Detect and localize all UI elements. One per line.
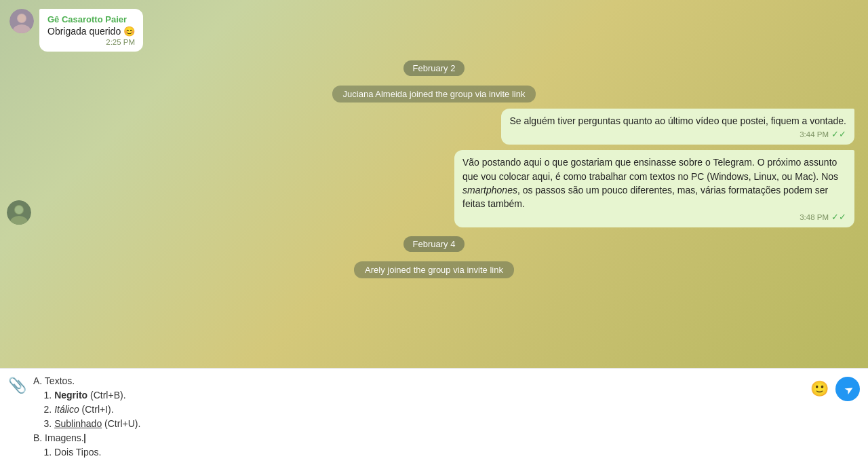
input-line: 2. Itálico (Ctrl+I).: [33, 403, 804, 417]
date-label: February 4: [403, 236, 465, 252]
text-cursor: [84, 434, 85, 443]
date-separator: February 2: [7, 60, 861, 76]
input-line: B. Imagens.: [33, 431, 804, 445]
date-label: February 2: [403, 60, 465, 76]
read-receipt-icon: ✓✓: [831, 129, 846, 139]
input-line: 1. Negrito (Ctrl+B).: [33, 388, 804, 403]
message-list: Gê Casarotto Paier Obrigada querido 😊 2:…: [0, 7, 868, 281]
svg-point-3: [18, 14, 26, 22]
avatar: [7, 200, 31, 225]
svg-point-7: [15, 206, 23, 214]
emoji-button[interactable]: 🙂: [810, 380, 829, 398]
system-text: Juciana Almeida joined the group via inv…: [332, 86, 536, 103]
chat-area[interactable]: Gê Casarotto Paier Obrigada querido 😊 2:…: [0, 0, 868, 368]
message-time: 3:48 PM: [800, 213, 829, 221]
system-text: Arely joined the group via invite link: [354, 261, 514, 278]
system-message: Arely joined the group via invite link: [7, 261, 861, 278]
message-time: 2:25 PM: [106, 38, 135, 46]
avatar: [9, 9, 34, 33]
message-text: Vão postando aqui o que gostariam que en…: [462, 155, 846, 210]
input-line: 3. Sublinhado (Ctrl+U).: [33, 417, 804, 431]
message-text: Se alguém tiver perguntas quanto ao últi…: [509, 114, 846, 128]
message-bubble-outgoing: Se alguém tiver perguntas quanto ao últi…: [501, 109, 854, 145]
message-bubble-outgoing: Vão postando aqui o que gostariam que en…: [454, 150, 854, 227]
input-actions: 🙂 ➤: [810, 374, 860, 401]
send-button[interactable]: ➤: [835, 377, 860, 401]
list-item: Se alguém tiver perguntas quanto ao últi…: [7, 109, 861, 145]
sender-name: Gê Casarotto Paier: [47, 14, 135, 24]
date-separator: February 4: [7, 236, 861, 252]
read-receipt-icon: ✓✓: [831, 212, 846, 222]
send-icon: ➤: [842, 382, 856, 397]
input-line: 1. Dois Tipos.: [33, 445, 804, 460]
message-time: 3:44 PM: [800, 130, 829, 138]
italic-text: Itálico: [54, 404, 79, 415]
system-message: Juciana Almeida joined the group via inv…: [7, 86, 861, 103]
bold-text: Negrito: [54, 390, 87, 401]
input-area[interactable]: 📎 A. Textos. 1. Negrito (Ctrl+B). 2. Itá…: [0, 368, 868, 465]
input-line: A. Textos.: [33, 374, 804, 388]
attach-button[interactable]: 📎: [8, 374, 26, 394]
message-input[interactable]: A. Textos. 1. Negrito (Ctrl+B). 2. Itáli…: [33, 374, 804, 460]
message-bubble-incoming: Gê Casarotto Paier Obrigada querido 😊 2:…: [39, 9, 143, 52]
list-item: Gê Casarotto Paier Obrigada querido 😊 2:…: [7, 9, 861, 52]
message-text: Obrigada querido 😊: [47, 26, 135, 37]
underline-text: Sublinhado: [54, 418, 102, 429]
